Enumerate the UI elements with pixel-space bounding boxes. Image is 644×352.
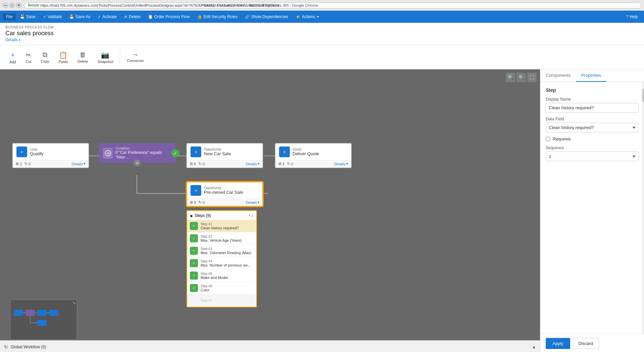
- activate-button[interactable]: ✓ Activate: [94, 13, 120, 20]
- step-item-1[interactable]: ≡ Step #1 Clean history required?: [187, 220, 256, 232]
- stages-icon: ⊞: [16, 162, 19, 166]
- order-process-flow-button[interactable]: 📋 Order Process Flow: [145, 13, 193, 20]
- secure-badge: Secure: [28, 3, 39, 7]
- quote-details-button[interactable]: Details ▾: [334, 162, 348, 166]
- step-item-2[interactable]: ≡ Step #2 Max. Vehicle Age (Years): [187, 232, 256, 245]
- connector-button[interactable]: ⤳ Connector: [123, 50, 148, 64]
- details-link[interactable]: Details ▾: [5, 38, 639, 42]
- toolbar-separator: [120, 49, 120, 65]
- validate-button[interactable]: ✓ Validate: [40, 13, 65, 20]
- zoom-in-button[interactable]: 🔍: [517, 73, 526, 82]
- display-name-input[interactable]: [546, 103, 639, 113]
- components-tab[interactable]: Components: [540, 69, 576, 82]
- paste-button[interactable]: 📋 Paste: [55, 50, 72, 65]
- discard-button[interactable]: Discard: [573, 338, 599, 349]
- add-icon: ＋: [9, 50, 16, 59]
- details-chevron-icon: ▾: [19, 38, 20, 42]
- lead-node-icon: ≡: [16, 146, 27, 157]
- actions-dropdown-icon: ▼: [316, 15, 319, 18]
- fit-screen-button[interactable]: ⛶: [527, 73, 537, 82]
- quote-footer: ⊞ 4 ↻ 0 Details ▾: [276, 160, 351, 167]
- step-item-5[interactable]: ≡ Step #5 Make and Model: [187, 270, 256, 282]
- svg-text:≡: ≡: [193, 274, 195, 277]
- close-btn[interactable]: ✕: [16, 3, 21, 8]
- minimize-btn[interactable]: —: [3, 3, 8, 8]
- quote-info: Quote Deliver Quote: [292, 148, 319, 156]
- opp-pre-details-button[interactable]: Details ▾: [246, 200, 260, 204]
- zoom-out-button[interactable]: 🔍: [506, 73, 515, 82]
- opp-new-stages: ⊞ 6: [190, 162, 196, 166]
- properties-tab[interactable]: Properties: [576, 69, 606, 82]
- snapshot-icon: 📷: [101, 51, 109, 59]
- refresh-icon: ↻: [199, 162, 202, 166]
- opportunity-new-node[interactable]: ≡ Opportunity New Car Sale ⊞ 6 ↻ 0 Detai…: [186, 143, 263, 168]
- copy-button[interactable]: ⧉ Copy: [37, 50, 53, 65]
- sort-down-icon[interactable]: ↓: [251, 213, 253, 218]
- lead-details-button[interactable]: Details ▾: [71, 162, 86, 166]
- panel-footer: Apply Discard: [540, 334, 644, 352]
- step-3-info: Step #3 Max. Odometer Reading (Max): [201, 247, 254, 255]
- opportunity-preowned-node[interactable]: ≡ Opportunity Pre-owned Car Sale ⊞ 9 ↻ 0…: [186, 182, 263, 207]
- step-5-info: Step #5 Make and Model: [201, 272, 254, 280]
- steps-label: ▶ Steps (9): [191, 213, 211, 218]
- activate-icon: ✓: [98, 14, 101, 19]
- add-button[interactable]: ＋ Add: [5, 49, 20, 65]
- show-dependencies-button[interactable]: 🔗 Show Dependencies: [241, 13, 291, 20]
- ribbon: File 💾 Save ✓ Validate 💾 Save As ✓ Activ…: [0, 11, 644, 23]
- step-item-7[interactable]: Step #7: [187, 294, 256, 307]
- file-button[interactable]: File: [3, 13, 16, 20]
- data-field-wrapper: Clean history required?: [546, 123, 639, 132]
- stages-icon: ⊞: [278, 162, 281, 166]
- step-4-icon: ≡: [190, 259, 198, 267]
- address-bar[interactable]: Secure https://trial1705.crm.dynamics.co…: [24, 2, 641, 8]
- svg-text:≡: ≡: [193, 224, 195, 228]
- step-item-6[interactable]: ≡ Step #6 Color: [187, 282, 256, 294]
- maximize-btn[interactable]: □: [9, 3, 15, 8]
- page-title: Car sales process: [5, 30, 639, 37]
- apply-button[interactable]: Apply: [546, 338, 570, 349]
- edit-security-roles-button[interactable]: 🔒 Edit Security Roles: [194, 13, 241, 20]
- save-button[interactable]: 💾 Save: [16, 13, 39, 20]
- main-area: ≡ Lead Qualify ⊞ 2 ↻ 0 Details ▾: [0, 69, 644, 352]
- steps-sort[interactable]: ↑ ↓: [248, 213, 253, 218]
- step-4-info: Step #4 Max. Number of previous ow...: [201, 259, 254, 267]
- step-2-icon: ≡: [190, 234, 198, 242]
- paste-icon: 📋: [59, 51, 67, 59]
- sort-up-icon[interactable]: ↑: [248, 213, 250, 218]
- quote-node[interactable]: ≡ Quote Deliver Quote ⊞ 4 ↻ 0 Details: [275, 143, 352, 168]
- stages-icon: ⊞: [190, 200, 193, 204]
- global-workflow-bar[interactable]: ↻ Global Workflow (0) ▲: [0, 340, 540, 352]
- delete-button[interactable]: ✕ Delete: [121, 13, 144, 20]
- step-6-info: Step #6 Color: [201, 284, 254, 292]
- page-header: BUSINESS PROCESS FLOW Car sales process …: [0, 23, 644, 45]
- condition-check-mark: ✓: [171, 149, 179, 157]
- global-workflow-chevron-icon: ▲: [532, 345, 536, 349]
- canvas-area[interactable]: ≡ Lead Qualify ⊞ 2 ↻ 0 Details ▾: [0, 69, 540, 352]
- opp-pre-footer: ⊞ 9 ↻ 0 Details ▾: [187, 198, 262, 206]
- required-checkbox[interactable]: [546, 137, 550, 141]
- browser-title: Process: Car sales process - Microsoft D…: [201, 3, 318, 7]
- svg-text:≡: ≡: [193, 249, 195, 252]
- help-button[interactable]: ? Help: [623, 13, 641, 20]
- condition-node[interactable]: ≋ Condition If "Car Preference" equals "…: [99, 143, 175, 163]
- cut-button[interactable]: ✂ Cut: [21, 50, 35, 65]
- step-item-4[interactable]: ≡ Step #4 Max. Number of previous ow...: [187, 257, 256, 270]
- quote-header: ≡ Quote Deliver Quote: [276, 144, 351, 160]
- flow-connectors: [0, 69, 540, 352]
- steps-expand-row[interactable]: ▶ Steps (9) ↑ ↓: [187, 211, 256, 220]
- condition-x-mark[interactable]: ✕: [134, 160, 141, 166]
- save-as-button[interactable]: 💾 Save As: [66, 13, 94, 20]
- sequence-select[interactable]: 123456789: [546, 152, 639, 161]
- step-6-icon: ≡: [190, 284, 198, 292]
- actions-button[interactable]: ⚡ Actions ▼: [292, 13, 323, 20]
- opp-pre-header: ≡ Opportunity Pre-owned Car Sale: [187, 182, 262, 198]
- data-field-select[interactable]: Clean history required?: [546, 123, 639, 132]
- opp-new-details-button[interactable]: Details ▾: [246, 162, 260, 166]
- snapshot-button[interactable]: 📷 Snapshot: [94, 50, 117, 65]
- lead-node-info: Lead Qualify: [30, 148, 43, 156]
- panel-scrollbar[interactable]: [642, 82, 644, 334]
- step-item-3[interactable]: ≡ Step #3 Max. Odometer Reading (Max): [187, 245, 256, 257]
- lead-qualify-node[interactable]: ≡ Lead Qualify ⊞ 2 ↻ 0 Details ▾: [12, 143, 89, 168]
- delete-tool-button[interactable]: 🗑 Delete: [73, 50, 92, 65]
- opp-pre-icon: ≡: [191, 185, 201, 196]
